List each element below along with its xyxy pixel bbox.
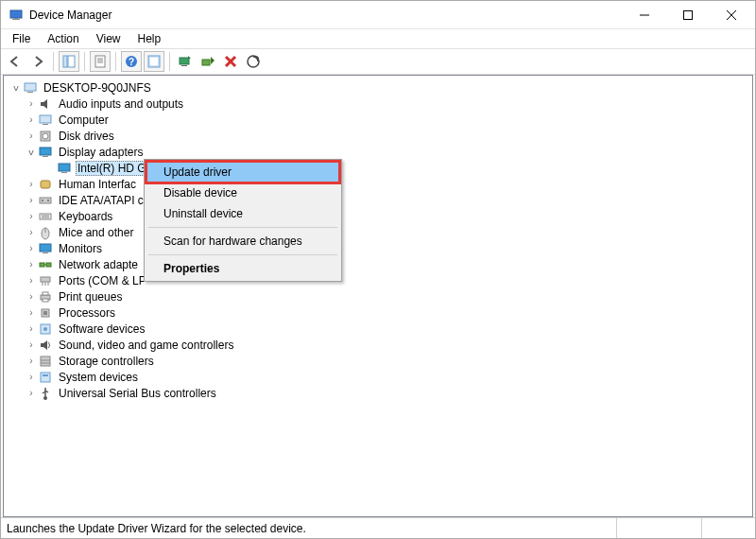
ctx-update-driver[interactable]: Update driver: [146, 162, 339, 183]
ctx-uninstall-device[interactable]: Uninstall device: [146, 203, 339, 224]
tree-node[interactable]: ›Keyboards: [6, 208, 750, 224]
chevron-right-icon[interactable]: ›: [25, 259, 38, 270]
toolbar-separator: [115, 52, 116, 71]
chevron-right-icon[interactable]: ›: [25, 195, 38, 205]
action-button[interactable]: [144, 51, 164, 72]
menu-help[interactable]: Help: [130, 30, 169, 47]
svg-point-36: [47, 200, 49, 201]
tree-node[interactable]: ›Software devices: [6, 321, 750, 337]
chevron-right-icon[interactable]: ›: [25, 275, 38, 286]
toolbar-separator: [169, 52, 170, 71]
enable-button[interactable]: [198, 51, 218, 72]
forward-button[interactable]: [27, 51, 48, 72]
svg-rect-37: [40, 214, 51, 219]
network-icon: [38, 257, 53, 272]
tree-node[interactable]: ⅴDisplay adapters: [6, 144, 750, 160]
svg-rect-33: [41, 181, 50, 188]
properties-button[interactable]: [90, 51, 111, 72]
ctx-item-label: Scan for hardware changes: [163, 235, 302, 248]
svg-rect-55: [43, 311, 47, 315]
scan-hardware-button[interactable]: [243, 51, 264, 72]
chevron-down-icon[interactable]: ⅴ: [9, 82, 23, 93]
tree-node-label: Disk drives: [57, 130, 116, 143]
chevron-right-icon[interactable]: ›: [25, 307, 38, 318]
menu-file[interactable]: File: [5, 30, 38, 47]
tree-node[interactable]: ›Sound, video and game controllers: [6, 337, 750, 353]
ctx-properties[interactable]: Properties: [146, 258, 339, 279]
computer-icon: [23, 80, 38, 96]
tree-node[interactable]: ›Audio inputs and outputs: [6, 96, 750, 112]
tree-node[interactable]: ›IDE ATA/ATAPI c: [6, 192, 750, 208]
tree-node-label: Display adapters: [57, 146, 145, 159]
ctx-disable-device[interactable]: Disable device: [146, 183, 339, 203]
tree-leaf[interactable]: Intel(R) HD G: [6, 160, 750, 176]
tree-root[interactable]: ⅴ DESKTOP-9Q0JNFS: [6, 79, 750, 96]
tree-node[interactable]: ›Processors: [6, 304, 750, 321]
chevron-down-icon[interactable]: ⅴ: [25, 147, 38, 157]
chevron-right-icon[interactable]: ›: [25, 356, 38, 366]
svg-rect-9: [95, 56, 105, 67]
tree-node-label: Mice and other: [57, 226, 135, 239]
tree-node[interactable]: ›Universal Serial Bus controllers: [6, 385, 750, 401]
sound-icon: [38, 338, 53, 353]
svg-rect-23: [25, 83, 36, 91]
show-hide-tree-button[interactable]: [59, 51, 79, 72]
status-cell-3: [702, 518, 749, 538]
back-button[interactable]: [5, 51, 26, 72]
minimize-button[interactable]: [623, 1, 666, 29]
chevron-right-icon[interactable]: ›: [25, 388, 38, 398]
device-tree[interactable]: ⅴ DESKTOP-9Q0JNFS ›Audio inputs and outp…: [3, 75, 753, 517]
tree-node[interactable]: ›Network adapte: [6, 256, 750, 272]
tree-node-label: Universal Serial Bus controllers: [57, 387, 218, 400]
help-button[interactable]: ?: [121, 51, 142, 72]
tree-node[interactable]: ›Disk drives: [6, 128, 750, 144]
tree-node-label: Computer: [57, 113, 111, 127]
svg-rect-26: [43, 124, 48, 125]
svg-rect-17: [180, 58, 189, 64]
chevron-right-icon[interactable]: ›: [25, 114, 38, 125]
tree-node[interactable]: ›Monitors: [6, 240, 750, 256]
chevron-right-icon[interactable]: ›: [25, 323, 38, 334]
chevron-right-icon[interactable]: ›: [25, 227, 38, 237]
status-cell-2: [617, 518, 702, 538]
svg-rect-45: [46, 263, 51, 267]
svg-point-28: [43, 133, 48, 139]
chevron-right-icon[interactable]: ›: [25, 98, 38, 109]
menu-view[interactable]: View: [89, 30, 129, 47]
chevron-right-icon[interactable]: ›: [25, 179, 38, 189]
svg-rect-19: [202, 60, 210, 65]
tree-node[interactable]: ›Print queues: [6, 288, 750, 304]
menu-action[interactable]: Action: [40, 30, 86, 47]
printer-icon: [38, 289, 53, 304]
svg-rect-34: [40, 198, 51, 203]
display-icon: [57, 161, 72, 176]
chevron-right-icon[interactable]: ›: [25, 372, 38, 382]
svg-rect-1: [12, 19, 20, 20]
tree-node[interactable]: ›Computer: [6, 112, 750, 128]
update-driver-button[interactable]: [175, 51, 196, 72]
menubar: File Action View Help: [1, 29, 755, 48]
svg-rect-2: [14, 18, 18, 19]
chevron-right-icon[interactable]: ›: [25, 291, 38, 302]
chevron-right-icon[interactable]: ›: [25, 130, 38, 141]
tree-node-label: Ports (COM & LP: [57, 274, 148, 287]
chevron-right-icon[interactable]: ›: [25, 211, 38, 221]
tree-node-label: Keyboards: [57, 210, 114, 223]
chevron-right-icon[interactable]: ›: [25, 339, 38, 350]
close-button[interactable]: [710, 1, 753, 29]
svg-rect-32: [61, 172, 67, 173]
svg-rect-24: [27, 92, 33, 93]
computer-icon: [38, 113, 53, 128]
maximize-button[interactable]: [666, 1, 710, 29]
tree-node[interactable]: ›System devices: [6, 369, 750, 385]
chevron-right-icon[interactable]: ›: [25, 243, 38, 253]
tree-node[interactable]: ›Storage controllers: [6, 353, 750, 369]
titlebar: Device Manager: [1, 1, 755, 29]
tree-node[interactable]: ›Human Interfac: [6, 176, 750, 192]
svg-point-35: [42, 200, 43, 201]
ctx-scan-hardware[interactable]: Scan for hardware changes: [146, 231, 339, 252]
tree-node[interactable]: ›Mice and other: [6, 224, 750, 240]
status-text-cell: Launches the Update Driver Wizard for th…: [7, 518, 617, 538]
tree-node[interactable]: ›Ports (COM & LP: [6, 272, 750, 288]
uninstall-button[interactable]: [220, 51, 241, 72]
